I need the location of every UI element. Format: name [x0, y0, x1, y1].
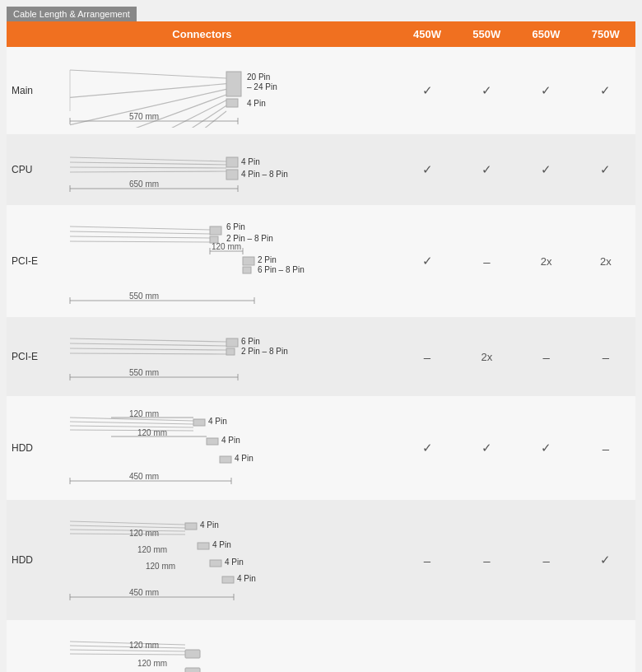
svg-line-2: [70, 84, 226, 98]
svg-text:120 mm: 120 mm: [129, 409, 159, 418]
svg-text:120 mm: 120 mm: [146, 562, 175, 571]
svg-rect-53: [226, 338, 238, 347]
svg-text:2 Pin – 8 Pin: 2 Pin – 8 Pin: [241, 347, 288, 356]
svg-rect-39: [243, 257, 254, 265]
svg-text:4 Pin: 4 Pin: [241, 157, 260, 166]
connector-diagram: 120 mm 4 Pin 120 mm 4 Pin 4 Pin 450 mm: [58, 396, 398, 500]
cell-450w: ✓: [398, 205, 457, 317]
cell-450w: ✓: [398, 396, 457, 500]
svg-rect-21: [226, 157, 238, 167]
svg-text:120 mm: 120 mm: [212, 242, 241, 251]
connector-diagram: 120 mm 6 Pin 2 Pin – 8 Pin 2 Pin 6 Pin –…: [58, 205, 398, 317]
svg-line-20: [70, 171, 226, 172]
svg-line-50: [70, 343, 226, 346]
svg-text:6 Pin: 6 Pin: [241, 337, 260, 346]
svg-text:4 Pin – 8 Pin: 4 Pin – 8 Pin: [241, 170, 288, 179]
svg-text:4 Pin: 4 Pin: [237, 574, 256, 583]
cell-450w: –: [398, 500, 457, 620]
svg-rect-102: [185, 650, 200, 658]
connector-diagram: 6 Pin 2 Pin – 8 Pin 550 mm: [58, 317, 398, 396]
cell-750w: 2x: [576, 205, 635, 317]
connector-diagram: 4 Pin 4 Pin – 8 Pin 650 mm: [58, 134, 398, 205]
svg-rect-73: [220, 456, 231, 463]
table-header: Connectors 450W 550W 650W 750W: [7, 21, 635, 47]
450w-header: 450W: [398, 21, 457, 47]
table-row: HDD 4 Pin 120 mm 4 Pin 120 mm 4 Pin 120 …: [7, 500, 635, 620]
table-row: Main 20 Pin – 24 Pin 4 Pin 570 mm ✓ ✓ ✓ …: [7, 47, 635, 134]
svg-line-64: [70, 430, 193, 431]
svg-line-51: [70, 348, 226, 350]
svg-line-32: [70, 241, 210, 242]
cell-650w: ✓: [516, 47, 575, 134]
svg-text:120 mm: 120 mm: [129, 641, 159, 650]
connector-name: Main: [7, 47, 58, 134]
cell-750w: ✓: [576, 47, 635, 134]
svg-line-31: [70, 236, 210, 238]
svg-text:4 Pin: 4 Pin: [247, 99, 266, 108]
svg-rect-83: [185, 523, 197, 530]
svg-line-63: [70, 426, 193, 427]
svg-text:2 Pin – 8 Pin: 2 Pin – 8 Pin: [226, 234, 273, 243]
connector-name: HDD: [7, 396, 58, 500]
svg-rect-33: [210, 226, 221, 235]
svg-text:550 mm: 550 mm: [129, 368, 159, 377]
cell-550w: –: [457, 620, 516, 672]
svg-line-62: [70, 422, 193, 424]
cell-450w: ✓: [398, 47, 457, 134]
svg-text:4 Pin: 4 Pin: [212, 540, 231, 549]
cell-650w: –: [516, 500, 575, 620]
cell-550w: 2x: [457, 317, 516, 396]
svg-text:– 24 Pin: – 24 Pin: [247, 82, 277, 91]
svg-text:6 Pin: 6 Pin: [226, 222, 245, 231]
svg-text:4 Pin: 4 Pin: [235, 454, 254, 463]
svg-line-29: [70, 226, 210, 230]
svg-text:4 Pin: 4 Pin: [221, 436, 240, 445]
cell-650w: ✓: [516, 134, 575, 205]
svg-line-98: [70, 642, 185, 645]
cell-450w: –: [398, 317, 457, 396]
cell-650w: 2x: [516, 205, 575, 317]
svg-line-79: [70, 521, 185, 525]
svg-rect-8: [226, 72, 241, 96]
svg-rect-71: [207, 438, 218, 445]
svg-text:550 mm: 550 mm: [129, 292, 159, 301]
svg-line-101: [70, 654, 185, 655]
outer-container: Cable Length & Arrangement Connectors 45…: [0, 0, 642, 672]
section-title: Cable Length & Arrangement: [7, 7, 137, 21]
svg-text:650 mm: 650 mm: [129, 180, 159, 189]
svg-text:450 mm: 450 mm: [129, 472, 159, 481]
connector-name: PCI-E: [7, 205, 58, 317]
cell-650w: –: [516, 317, 575, 396]
cell-550w: ✓: [457, 134, 516, 205]
svg-line-49: [70, 338, 226, 342]
svg-rect-22: [226, 170, 238, 180]
svg-rect-67: [193, 419, 205, 426]
svg-rect-40: [243, 267, 251, 273]
cell-650w: 2x: [516, 620, 575, 672]
connector-name: HDD: [7, 500, 58, 620]
svg-line-18: [70, 162, 226, 165]
svg-line-30: [70, 231, 210, 234]
cell-550w: ✓: [457, 47, 516, 134]
table-row: PCI-E 6 Pin 2 Pin – 8 Pin 550 mm – 2x – …: [7, 317, 635, 396]
cell-750w: ✓: [576, 134, 635, 205]
cell-550w: –: [457, 500, 516, 620]
cell-750w: –: [576, 317, 635, 396]
cell-750w: 2x: [576, 620, 635, 672]
table-row: SATA 120 mm 120 mm 120 mm 450 mm ✓ – 2x …: [7, 620, 635, 672]
svg-text:120 mm: 120 mm: [137, 428, 167, 437]
connectors-header: Connectors: [7, 21, 398, 47]
svg-text:4 Pin: 4 Pin: [208, 417, 227, 426]
svg-text:2 Pin: 2 Pin: [258, 255, 277, 264]
svg-line-82: [70, 534, 185, 534]
svg-line-99: [70, 646, 185, 648]
svg-rect-89: [210, 560, 221, 567]
svg-rect-9: [226, 99, 238, 107]
table-row: HDD 120 mm 4 Pin 120 mm 4 Pin 4 Pin 450 …: [7, 396, 635, 500]
cell-550w: ✓: [457, 396, 516, 500]
cell-450w: ✓: [398, 620, 457, 672]
connector-diagram: 20 Pin – 24 Pin 4 Pin 570 mm: [58, 47, 398, 134]
svg-line-52: [70, 353, 226, 354]
connector-name: SATA: [7, 620, 58, 672]
cell-650w: ✓: [516, 396, 575, 500]
